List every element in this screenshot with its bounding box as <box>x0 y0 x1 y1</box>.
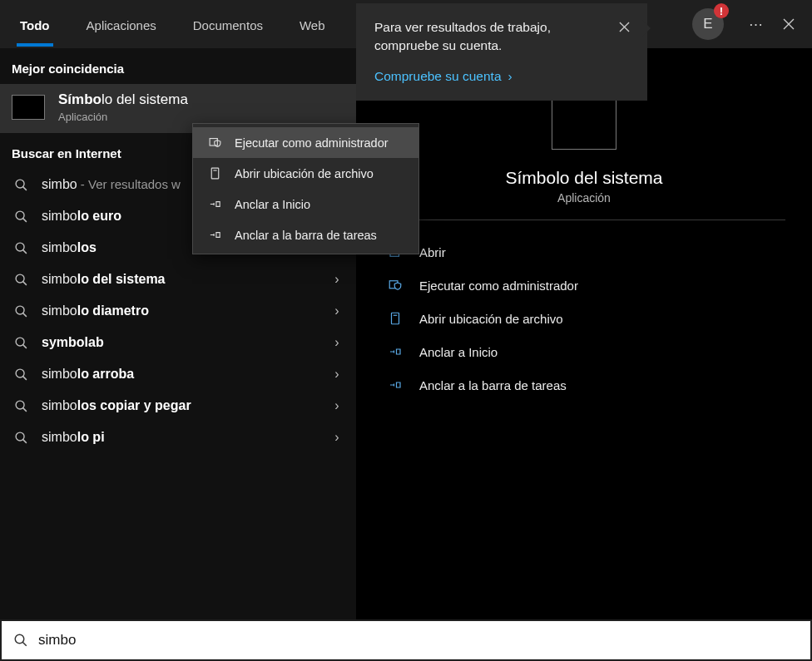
shield-admin-icon <box>386 278 404 293</box>
suggestion-item[interactable]: simbolos copiar y pegar› <box>0 390 356 422</box>
pin-taskbar-icon <box>386 377 404 392</box>
svg-point-2 <box>16 243 24 251</box>
context-menu: Ejecutar como administrador Abrir ubicac… <box>192 123 419 254</box>
suggestion-text: simbolo arroba <box>42 367 318 382</box>
search-icon <box>12 304 30 318</box>
chevron-right-icon: › <box>508 69 512 84</box>
ctx-pin-taskbar[interactable]: Anclar a la barra de tareas <box>193 220 418 250</box>
action-label: Abrir ubicación de archivo <box>419 312 563 326</box>
tab-apps[interactable]: Aplicaciones <box>82 3 161 46</box>
ctx-label: Abrir ubicación de archivo <box>235 167 374 180</box>
suggestion-item[interactable]: simbolo arroba› <box>0 358 356 390</box>
tab-all[interactable]: Todo <box>15 3 55 46</box>
folder-location-icon <box>206 166 223 180</box>
cmd-prompt-icon <box>12 95 45 120</box>
action-label: Anclar a la barra de tareas <box>419 378 567 392</box>
search-icon <box>12 178 30 192</box>
detail-title: Símbolo del sistema <box>505 168 662 188</box>
folder-location-icon <box>386 311 404 326</box>
ctx-pin-start[interactable]: Anclar a Inicio <box>193 189 418 220</box>
suggestion-text: simbolos copiar y pegar <box>42 398 318 413</box>
cmd-prompt-icon <box>552 98 616 150</box>
action-label: Anclar a Inicio <box>419 345 498 359</box>
suggestion-item[interactable]: simbolo del sistema› <box>0 264 356 295</box>
action-run-admin[interactable]: Ejecutar como administrador <box>383 269 785 302</box>
detail-actions: Abrir Ejecutar como administrador Abrir … <box>383 220 785 402</box>
pin-start-icon <box>386 344 404 359</box>
search-icon <box>12 241 30 255</box>
chevron-right-icon: › <box>329 398 344 413</box>
ctx-open-location[interactable]: Abrir ubicación de archivo <box>193 158 418 189</box>
pin-start-icon <box>206 197 223 211</box>
svg-point-1 <box>16 211 24 220</box>
svg-point-0 <box>16 180 24 188</box>
account-button[interactable]: E ! <box>692 8 724 40</box>
svg-point-3 <box>16 274 24 283</box>
close-icon <box>783 18 795 30</box>
ctx-label: Anclar a Inicio <box>235 198 310 211</box>
search-icon <box>12 399 30 413</box>
scope-tabs: Todo Aplicaciones Documentos Web M <box>15 3 377 46</box>
chevron-right-icon: › <box>329 367 344 382</box>
detail-pane: Símbolo del sistema Aplicación Abrir Eje… <box>356 48 812 619</box>
svg-point-6 <box>16 369 24 377</box>
search-icon <box>12 367 30 382</box>
search-icon <box>12 273 30 287</box>
close-button[interactable] <box>772 7 805 41</box>
tab-web[interactable]: Web <box>295 3 330 46</box>
search-input[interactable] <box>38 632 799 649</box>
action-pin-start[interactable]: Anclar a Inicio <box>383 335 785 368</box>
ellipsis-icon: ⋯ <box>749 16 763 33</box>
tab-docs[interactable]: Documentos <box>188 3 268 46</box>
svg-rect-11 <box>392 313 399 324</box>
search-icon <box>12 210 30 224</box>
chevron-right-icon: › <box>329 430 344 445</box>
more-options-button[interactable]: ⋯ <box>739 7 772 41</box>
search-icon <box>13 633 28 648</box>
chevron-right-icon: › <box>329 335 344 350</box>
svg-rect-13 <box>211 168 219 179</box>
close-icon <box>619 22 630 32</box>
suggestion-text: simbolo pi <box>42 430 318 445</box>
chevron-right-icon: › <box>329 272 344 287</box>
action-label: Abrir <box>419 245 446 259</box>
best-match-title: Símbolo del sistema <box>58 91 188 109</box>
suggestion-item[interactable]: simbolo diametro› <box>0 295 356 327</box>
suggestion-text: simbolo del sistema <box>42 272 318 287</box>
section-best-match: Mejor coincidencia <box>0 48 356 84</box>
pin-taskbar-icon <box>206 228 223 242</box>
ctx-run-admin[interactable]: Ejecutar como administrador <box>193 127 418 158</box>
ctx-label: Ejecutar como administrador <box>235 136 389 150</box>
best-match-subtitle: Aplicación <box>58 111 188 123</box>
action-label: Ejecutar como administrador <box>419 279 578 293</box>
search-bar[interactable] <box>2 621 810 659</box>
shield-admin-icon <box>206 136 223 150</box>
action-open-location[interactable]: Abrir ubicación de archivo <box>383 302 785 335</box>
svg-point-8 <box>16 432 24 441</box>
svg-point-5 <box>16 338 24 346</box>
flyout-message: Para ver resultados de trabajo, comprueb… <box>374 18 606 54</box>
search-icon <box>12 336 30 350</box>
action-pin-taskbar[interactable]: Anclar a la barra de tareas <box>383 368 785 402</box>
search-icon <box>12 431 30 445</box>
alert-badge-icon: ! <box>714 3 729 18</box>
suggestion-text: symbolab <box>42 335 318 350</box>
ctx-label: Anclar a la barra de tareas <box>235 229 377 242</box>
svg-point-7 <box>16 401 24 409</box>
chevron-right-icon: › <box>329 303 344 318</box>
svg-point-4 <box>16 306 24 314</box>
action-open[interactable]: Abrir <box>383 235 785 269</box>
flyout-close-button[interactable] <box>612 15 636 38</box>
svg-rect-12 <box>210 139 217 146</box>
suggestion-text: simbolo diametro <box>42 303 318 318</box>
detail-subtitle: Aplicación <box>557 191 611 205</box>
suggestion-item[interactable]: symbolab› <box>0 327 356 358</box>
suggestion-item[interactable]: simbolo pi› <box>0 422 356 453</box>
svg-point-14 <box>15 634 24 644</box>
account-check-flyout: Para ver resultados de trabajo, comprueb… <box>356 3 647 101</box>
flyout-check-account-link[interactable]: Compruebe su cuenta › <box>374 69 512 84</box>
